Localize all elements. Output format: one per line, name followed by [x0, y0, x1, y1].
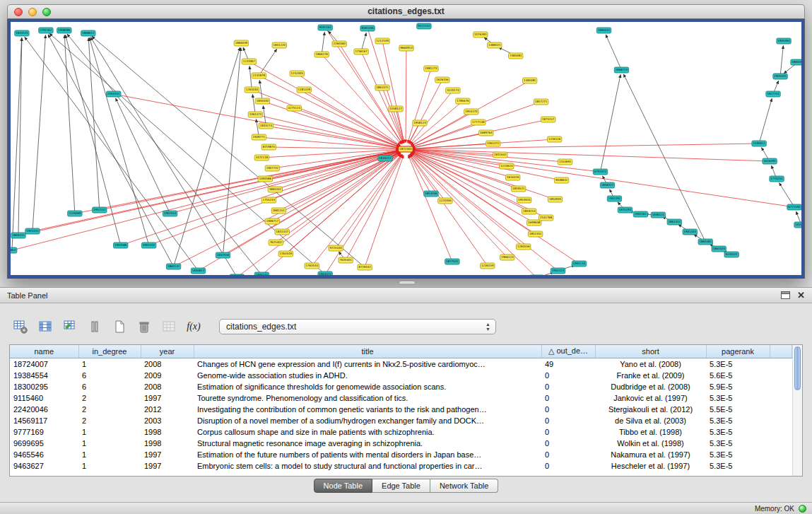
- cell-in-degree[interactable]: 1: [78, 426, 141, 438]
- table-row[interactable]: 1938455462009Genome-wide association stu…: [10, 370, 792, 381]
- graph-node[interactable]: 1755243: [261, 197, 276, 203]
- table-vertical-scrollbar[interactable]: [792, 345, 802, 476]
- column-header-year[interactable]: year: [141, 345, 194, 358]
- column-header-pagerank[interactable]: pagerank: [706, 345, 770, 358]
- column-header-short[interactable]: short: [595, 345, 706, 358]
- table-row[interactable]: 946362711997Embryonic stem cells: a mode…: [10, 460, 792, 472]
- graph-node[interactable]: 1902423: [551, 268, 565, 274]
- graph-node[interactable]: 1866042: [596, 28, 611, 33]
- minimize-button[interactable]: [28, 8, 37, 16]
- graph-node[interactable]: 1558127: [389, 106, 403, 112]
- cell-title[interactable]: Changes of HCN gene expression and I(f) …: [194, 358, 541, 370]
- network-table-selector[interactable]: citations_edges.txt ▲▼: [219, 319, 496, 334]
- graph-node[interactable]: 1958124: [413, 120, 427, 126]
- cell-short[interactable]: Stergiakouli et al. (2012): [595, 404, 706, 415]
- tab-edge-table[interactable]: Edge Table: [372, 479, 430, 493]
- table-row[interactable]: 1830029562008Estimation of significance …: [10, 381, 792, 392]
- graph-node[interactable]: 9048632: [554, 177, 568, 183]
- graph-edge[interactable]: [174, 47, 240, 267]
- graph-node[interactable]: 2141878: [252, 73, 266, 78]
- graph-edge[interactable]: [259, 80, 262, 101]
- graph-node[interactable]: 1093586: [258, 176, 272, 182]
- graph-node[interactable]: 1928771: [252, 134, 266, 140]
- graph-node[interactable]: 1842556: [216, 252, 230, 258]
- graph-node[interactable]: 1595812: [752, 141, 766, 146]
- graph-node[interactable]: 7485081: [509, 53, 523, 59]
- graph-edge[interactable]: [259, 49, 276, 76]
- graph-edge[interactable]: [365, 156, 404, 267]
- graph-node[interactable]: 2126069: [68, 211, 82, 216]
- graph-node[interactable]: 1777148: [471, 119, 486, 125]
- graph-node[interactable]: 1905132: [254, 272, 269, 275]
- cell-short[interactable]: de Silva et al. (2003): [595, 415, 706, 426]
- graph-node[interactable]: 3472118: [254, 155, 269, 160]
- graph-node[interactable]: 4275124: [287, 105, 301, 111]
- cell-pagerank[interactable]: 5.3E-5: [706, 449, 770, 460]
- graph-node[interactable]: 1770251: [770, 176, 784, 182]
- graph-edge[interactable]: [249, 62, 400, 146]
- graph-node[interactable]: 1905465: [777, 38, 791, 44]
- graph-node[interactable]: 1831437: [275, 229, 289, 235]
- graph-node[interactable]: 1668724: [614, 67, 628, 73]
- cell-short[interactable]: Yano et al. (2008): [595, 358, 706, 370]
- graph-edge[interactable]: [92, 36, 365, 267]
- cell-title[interactable]: Corpus callosum shape and size in male p…: [194, 426, 541, 438]
- graph-node[interactable]: 7625402: [269, 240, 283, 245]
- graph-edge[interactable]: [601, 74, 621, 172]
- cell-title[interactable]: Investigating the contribution of common…: [194, 404, 541, 415]
- edit-table-icon[interactable]: [61, 318, 79, 335]
- cell-year[interactable]: 1998: [141, 426, 194, 438]
- window-titlebar[interactable]: citations_edges.txt: [7, 4, 805, 19]
- graph-edge[interactable]: [412, 144, 759, 149]
- graph-node[interactable]: 6771592: [787, 204, 801, 210]
- scrollbar-thumb[interactable]: [794, 346, 801, 390]
- cell-pagerank[interactable]: 5.3E-5: [706, 415, 770, 426]
- cell-year[interactable]: 1997: [141, 392, 194, 404]
- function-builder-icon[interactable]: f(x): [184, 318, 203, 335]
- graph-edge[interactable]: [408, 155, 452, 262]
- table-row[interactable]: 911546021997Tourette syndrome. Phenomeno…: [10, 392, 792, 404]
- graph-edge[interactable]: [411, 152, 546, 218]
- graph-node[interactable]: 1763449: [278, 251, 293, 257]
- cell-in-degree[interactable]: 2: [78, 392, 141, 404]
- cell-out-degree[interactable]: 0: [541, 404, 595, 415]
- graph-node[interactable]: 1616426: [506, 175, 520, 180]
- graph-node[interactable]: 8181046: [360, 25, 375, 31]
- graph-node[interactable]: 1966123: [500, 255, 514, 260]
- graph-node[interactable]: 1858327: [600, 182, 614, 188]
- graph-node[interactable]: 1902161: [633, 211, 647, 217]
- cell-out-degree[interactable]: 49: [541, 358, 595, 370]
- graph-node[interactable]: 1868612: [81, 30, 95, 36]
- graph-node[interactable]: 1242005: [290, 71, 304, 76]
- cell-name[interactable]: 18724007: [10, 358, 78, 370]
- cell-out-degree[interactable]: 0: [541, 381, 595, 392]
- graph-node[interactable]: 1154691: [558, 159, 572, 165]
- float-panel-icon[interactable]: [781, 291, 790, 299]
- graph-node[interactable]: 1034512: [794, 222, 801, 228]
- graph-node[interactable]: 1689764: [479, 130, 493, 136]
- graph-node[interactable]: 1860453: [791, 59, 801, 65]
- graph-node[interactable]: 8719442: [358, 264, 372, 270]
- cell-name[interactable]: 22420046: [10, 404, 78, 415]
- cell-out-degree[interactable]: 0: [541, 460, 595, 472]
- new-table-icon[interactable]: [110, 318, 129, 335]
- graph-node[interactable]: 1626156: [435, 77, 449, 83]
- graph-edge[interactable]: [90, 37, 237, 275]
- graph-node[interactable]: 1756167: [354, 49, 368, 54]
- graph-node[interactable]: 2260583: [332, 41, 346, 47]
- cell-title[interactable]: Structural magnetic resonance image aver…: [194, 438, 541, 449]
- graph-edge[interactable]: [779, 183, 795, 207]
- cell-name[interactable]: 14569117: [10, 415, 78, 426]
- graph-node[interactable]: 2050351: [107, 91, 121, 97]
- table-row[interactable]: 977716911998Corpus callosum shape and si…: [10, 426, 792, 438]
- cell-short[interactable]: Nakamura et al. (1997): [595, 449, 706, 460]
- cell-name[interactable]: 9777169: [10, 426, 78, 438]
- graph-node[interactable]: 1855040: [255, 98, 269, 104]
- graph-edge[interactable]: [262, 101, 399, 147]
- cell-name[interactable]: 9699695: [10, 438, 78, 449]
- graph-node[interactable]: 1905433: [773, 74, 787, 79]
- delete-table-icon[interactable]: [135, 318, 153, 335]
- graph-edge[interactable]: [48, 35, 174, 267]
- close-panel-icon[interactable]: ✕: [797, 291, 805, 300]
- show-columns-icon[interactable]: [36, 318, 54, 335]
